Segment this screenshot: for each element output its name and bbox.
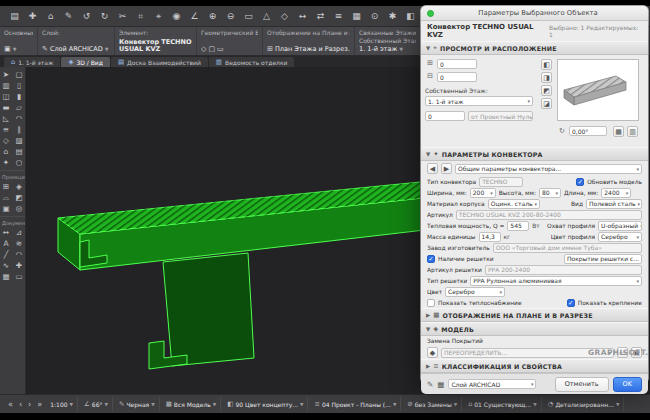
wall-tool[interactable]: ▥ xyxy=(0,80,12,91)
section-preview-placement[interactable]: ▼ ⌖ ПРОСМОТР И РАСПОЛОЖЕНИЕ xyxy=(421,41,648,55)
dimension-tool[interactable]: ↔ xyxy=(0,227,12,238)
param-input[interactable]: 545 xyxy=(507,221,529,231)
section-classification-properties[interactable]: ▶ ≡ КЛАССИФИКАЦИЯ И СВОЙСТВА xyxy=(421,359,648,373)
flip-vertical-button[interactable]: ▥ xyxy=(627,126,638,137)
param-select[interactable]: 80▾ xyxy=(539,188,561,198)
dialog-titlebar[interactable]: Параметры Выбранного Объекта xyxy=(421,6,648,21)
tab-floor-plan[interactable]: ⌂ 1. 1-й этаж xyxy=(4,57,60,67)
stair-tool[interactable]: ≡ xyxy=(0,124,12,135)
angle-dimension-tool[interactable]: ⊿ xyxy=(13,227,25,238)
railing-tool[interactable]: ∥ xyxy=(13,124,25,135)
zoom-in-icon[interactable]: ⊕ xyxy=(206,9,219,23)
zoom-out-icon[interactable]: ⊖ xyxy=(224,9,237,23)
param-select[interactable]: Серебро▾ xyxy=(445,287,505,297)
tab-finish-schedule[interactable]: ▥ Ведомость отделки xyxy=(209,57,295,67)
override-icon[interactable]: ◧ xyxy=(404,9,417,23)
new-file-icon[interactable]: ✚ xyxy=(26,9,39,23)
paint-bucket-icon[interactable]: ◆ xyxy=(427,347,438,358)
param-select[interactable]: Серебро▾ xyxy=(598,232,642,242)
drawing-tool[interactable]: ▭ xyxy=(13,271,25,282)
shell-tool[interactable]: ◠ xyxy=(13,113,25,124)
elevation-tool[interactable]: ◩ xyxy=(13,192,25,203)
stretch-icon[interactable]: ↔ xyxy=(296,9,309,23)
param-input[interactable]: TECHNO USUAL KVZ 200-80-2400 xyxy=(456,210,642,220)
infobox-layer-cell[interactable]: Слой: ✎Слой ARCHICAD▼ xyxy=(38,27,115,55)
triangle-icon[interactable]: △ xyxy=(260,9,273,23)
text-tool[interactable]: A xyxy=(0,238,12,249)
origin-icon[interactable]: ⌖ xyxy=(152,9,165,23)
scale-dropdown[interactable]: 1:100▼ xyxy=(46,397,78,411)
edit-icon[interactable]: ✎ xyxy=(62,9,75,23)
section-plan-display[interactable]: ▶ ▦ ОТОБРАЖЕНИЕ НА ПЛАНЕ И В РАЗРЕЗЕ xyxy=(421,308,648,322)
geometry-box-icon[interactable]: ▢ xyxy=(208,45,215,53)
snap-point-icon[interactable]: ◉ xyxy=(170,9,183,23)
tab-interaction-board[interactable]: ▤ Доска Взаимодействий xyxy=(111,57,208,67)
offset-x-input[interactable]: 0 xyxy=(437,59,477,69)
spline-tool[interactable]: ∿ xyxy=(0,260,12,271)
camera-tool[interactable]: ▣ xyxy=(0,203,12,214)
undo-icon[interactable]: ↺ xyxy=(80,9,93,23)
mirror-button[interactable]: ◪ xyxy=(541,98,552,109)
window-control-dot[interactable] xyxy=(427,10,434,17)
param-input[interactable]: РРА 200-2400 xyxy=(485,265,642,275)
geometry-slab-icon[interactable]: ▭ xyxy=(217,45,224,53)
convector-3d-object[interactable] xyxy=(30,70,460,390)
ok-button[interactable]: OK xyxy=(613,377,642,392)
arc-tool[interactable]: ◠ xyxy=(13,249,25,260)
door-tool[interactable]: ▯ xyxy=(13,80,25,91)
window-tool[interactable]: ◫ xyxy=(0,91,12,102)
pen-set-dropdown[interactable]: ✎Черная▼ xyxy=(115,397,160,411)
infobox-story-cell[interactable]: Связанные Этажи: Собственный Этаж: 1. 1-… xyxy=(355,27,421,55)
param-input[interactable]: ООО «Торговый дом имени Туба» xyxy=(493,243,642,253)
marquee-tool[interactable]: ▢ xyxy=(13,69,25,80)
param-select[interactable]: РРА Рулонная алюминиевая▾ xyxy=(470,276,642,286)
level-input[interactable]: 0 xyxy=(425,111,465,121)
next-page-button[interactable]: ▶ xyxy=(441,163,452,174)
angle-guide-icon[interactable]: ∠ xyxy=(188,9,201,23)
lamp-tool[interactable]: ○ xyxy=(13,157,25,168)
anchor-mid-button[interactable]: ◨ xyxy=(541,72,552,83)
curtain-wall-tool[interactable]: ▤ xyxy=(13,146,25,157)
param-select[interactable]: 200▾ xyxy=(470,188,496,198)
param-select[interactable]: Полевой сталь▾ xyxy=(586,199,642,209)
redo-icon[interactable]: ↻ xyxy=(98,9,111,23)
layer-combination-dropdown[interactable]: ≡04 Проект - Планы (...▼ xyxy=(310,397,401,411)
param-checkbox[interactable] xyxy=(427,299,435,307)
anchor-bottom-button[interactable]: ◩ xyxy=(541,85,552,96)
story-select[interactable]: 1. 1-й этаж ▾ xyxy=(425,96,533,106)
last-page-icon[interactable]: » xyxy=(35,400,44,409)
grid-snap-icon[interactable]: ⌗ xyxy=(134,9,147,23)
orientation-dropdown[interactable]: ∠66°▼ xyxy=(80,397,113,411)
asterisk-icon[interactable]: ✱ xyxy=(386,9,399,23)
infobox-basics-cell[interactable]: Основные ▣▼ xyxy=(0,27,38,55)
param-select[interactable]: Покрытие решетки с...▾ xyxy=(564,254,642,264)
next-page-icon[interactable]: › xyxy=(26,400,33,409)
morph-tool[interactable]: ◇ xyxy=(0,135,12,146)
object-preview-thumbnail[interactable] xyxy=(557,59,639,121)
graphic-override-dropdown[interactable]: ◧90 Цвет концепту...▼ xyxy=(223,397,308,411)
anchor-top-button[interactable]: ◧ xyxy=(541,59,552,70)
cancel-button[interactable]: Отменить xyxy=(555,377,609,392)
line-tool[interactable]: ╱ xyxy=(0,249,12,260)
param-select[interactable]: 2400▾ xyxy=(601,188,631,198)
app-menu-icon[interactable]: ▤ xyxy=(8,9,21,23)
section-convector-parameters[interactable]: ▼ ✦ ПАРАМЕТРЫ КОНВЕКТОРА xyxy=(421,147,648,161)
select-tool[interactable]: ➤ xyxy=(0,69,12,80)
swap-icon[interactable]: ⇄ xyxy=(314,9,327,23)
param-select[interactable]: U-образный▾ xyxy=(598,221,642,231)
grid-icon[interactable]: ▦ xyxy=(350,9,363,23)
beam-tool[interactable]: ▬ xyxy=(0,102,12,113)
section-tool[interactable]: ⌓ xyxy=(0,192,12,203)
column-tool[interactable]: ▮ xyxy=(13,91,25,102)
prev-page-button[interactable]: ◀ xyxy=(427,163,438,174)
level-reference-select[interactable]: от Проектный Нуль ▾ xyxy=(468,111,533,121)
slab-tool[interactable]: ▱ xyxy=(13,102,25,113)
flip-horizontal-button[interactable]: ▦ xyxy=(613,126,624,137)
param-select[interactable]: Оцинк. сталь▾ xyxy=(488,199,540,209)
param-checkbox[interactable]: ✓ xyxy=(427,255,435,263)
cut-icon[interactable]: ✂ xyxy=(116,9,129,23)
tab-3d-view[interactable]: ◈ 3D / Вид xyxy=(61,57,109,67)
list-icon[interactable]: ≡ xyxy=(332,9,345,23)
plan-view-tool[interactable]: ⊞ xyxy=(0,181,12,192)
target-icon[interactable]: ⊙ xyxy=(368,9,381,23)
